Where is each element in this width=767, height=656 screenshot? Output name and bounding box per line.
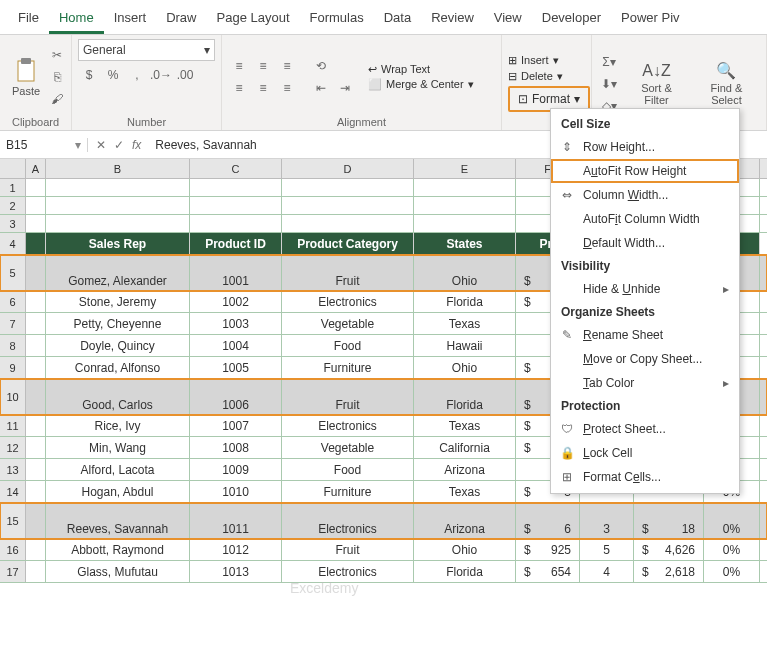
cell[interactable]: 1011 — [190, 503, 282, 538]
row-header[interactable]: 9 — [0, 357, 26, 378]
tab-draw[interactable]: Draw — [156, 4, 206, 34]
row-header[interactable]: 12 — [0, 437, 26, 458]
tab-page-layout[interactable]: Page Layout — [207, 4, 300, 34]
cell[interactable]: 0% — [704, 539, 760, 560]
cell[interactable]: Ohio — [414, 357, 516, 378]
align-middle-button[interactable]: ≡ — [252, 56, 274, 76]
row-header[interactable]: 16 — [0, 539, 26, 560]
cell[interactable]: Florida — [414, 561, 516, 582]
name-box[interactable]: B15▾ — [0, 138, 88, 152]
tab-review[interactable]: Review — [421, 4, 484, 34]
cell[interactable] — [26, 233, 46, 254]
dd-row-height[interactable]: ⇕Row Height... — [551, 135, 739, 159]
cell[interactable] — [46, 215, 190, 232]
increase-decimal-button[interactable]: .0→ — [150, 65, 172, 85]
grid-row[interactable]: 17Glass, Mufutau1013ElectronicsFlorida$6… — [0, 561, 767, 583]
cell[interactable]: 1009 — [190, 459, 282, 480]
tab-file[interactable]: File — [8, 4, 49, 34]
cell[interactable] — [26, 179, 46, 196]
tab-developer[interactable]: Developer — [532, 4, 611, 34]
cell[interactable]: 1005 — [190, 357, 282, 378]
delete-cells-button[interactable]: ⊟Delete▾ — [508, 70, 590, 83]
cell[interactable] — [46, 197, 190, 214]
cell[interactable] — [26, 313, 46, 334]
tab-home[interactable]: Home — [49, 4, 104, 34]
cell[interactable]: 1013 — [190, 561, 282, 582]
merge-center-button[interactable]: ⬜Merge & Center▾ — [368, 78, 474, 91]
cell[interactable]: Texas — [414, 481, 516, 502]
row-header[interactable]: 13 — [0, 459, 26, 480]
cell[interactable] — [282, 197, 414, 214]
cell[interactable]: Rice, Ivy — [46, 415, 190, 436]
dd-column-width[interactable]: ⇔Column Width... — [551, 183, 739, 207]
align-right-button[interactable]: ≡ — [276, 78, 298, 98]
cell[interactable]: Arizona — [414, 459, 516, 480]
cell[interactable] — [26, 561, 46, 582]
decrease-decimal-button[interactable]: .00 — [174, 65, 196, 85]
orientation-button[interactable]: ⟲ — [310, 56, 332, 76]
align-left-button[interactable]: ≡ — [228, 78, 250, 98]
cell[interactable] — [282, 215, 414, 232]
cell[interactable]: Food — [282, 335, 414, 356]
cell[interactable]: Furniture — [282, 357, 414, 378]
paste-button[interactable]: Paste — [6, 55, 46, 99]
cell[interactable] — [282, 179, 414, 196]
comma-button[interactable]: , — [126, 65, 148, 85]
cell[interactable]: Fruit — [282, 539, 414, 560]
cell[interactable]: Vegetable — [282, 313, 414, 334]
cell[interactable]: States — [414, 233, 516, 254]
number-format-combo[interactable]: General▾ — [78, 39, 215, 61]
row-header[interactable]: 10 — [0, 379, 26, 414]
fill-button[interactable]: ⬇▾ — [598, 74, 620, 94]
row-header[interactable]: 1 — [0, 179, 26, 196]
cell[interactable]: Texas — [414, 415, 516, 436]
insert-cells-button[interactable]: ⊞Insert▾ — [508, 54, 590, 67]
cell[interactable]: Furniture — [282, 481, 414, 502]
cell[interactable]: Good, Carlos — [46, 379, 190, 414]
cell[interactable]: Hawaii — [414, 335, 516, 356]
cell[interactable]: 4 — [580, 561, 634, 582]
cell[interactable]: $4,626 — [634, 539, 704, 560]
cell[interactable] — [414, 179, 516, 196]
cell[interactable]: 1008 — [190, 437, 282, 458]
cell[interactable]: Glass, Mufutau — [46, 561, 190, 582]
cell[interactable] — [26, 335, 46, 356]
cell[interactable]: Electronics — [282, 291, 414, 312]
cell[interactable]: Product ID — [190, 233, 282, 254]
cell[interactable] — [26, 255, 46, 290]
select-all-corner[interactable] — [0, 159, 26, 178]
tab-view[interactable]: View — [484, 4, 532, 34]
enter-icon[interactable]: ✓ — [114, 138, 124, 152]
cell[interactable]: Arizona — [414, 503, 516, 538]
tab-insert[interactable]: Insert — [104, 4, 157, 34]
cell[interactable]: $654 — [516, 561, 580, 582]
cell[interactable]: Ohio — [414, 255, 516, 290]
cell[interactable]: $925 — [516, 539, 580, 560]
cell[interactable] — [26, 481, 46, 502]
cell[interactable]: Sales Rep — [46, 233, 190, 254]
copy-button[interactable]: ⎘ — [46, 67, 68, 87]
dd-tab-color[interactable]: Tab Color▸ — [551, 371, 739, 395]
cell[interactable]: $18 — [634, 503, 704, 538]
cell[interactable]: $6 — [516, 503, 580, 538]
row-header[interactable]: 15 — [0, 503, 26, 538]
tab-data[interactable]: Data — [374, 4, 421, 34]
cell[interactable]: 3 — [580, 503, 634, 538]
row-header[interactable]: 6 — [0, 291, 26, 312]
cell[interactable]: Abbott, Raymond — [46, 539, 190, 560]
cell[interactable]: Electronics — [282, 415, 414, 436]
cell[interactable]: 1006 — [190, 379, 282, 414]
cell[interactable]: 1010 — [190, 481, 282, 502]
row-header[interactable]: 8 — [0, 335, 26, 356]
cell[interactable]: 5 — [580, 539, 634, 560]
align-bottom-button[interactable]: ≡ — [276, 56, 298, 76]
dd-protect-sheet[interactable]: 🛡Protect Sheet... — [551, 417, 739, 441]
wrap-text-button[interactable]: ↩Wrap Text — [368, 63, 474, 76]
cell[interactable]: Alford, Lacota — [46, 459, 190, 480]
cell[interactable]: California — [414, 437, 516, 458]
cell[interactable]: 1007 — [190, 415, 282, 436]
fx-icon[interactable]: fx — [132, 138, 141, 152]
col-header-a[interactable]: A — [26, 159, 46, 178]
dd-autofit-row-height[interactable]: AutoFit Row Height — [551, 159, 739, 183]
cell[interactable] — [26, 459, 46, 480]
